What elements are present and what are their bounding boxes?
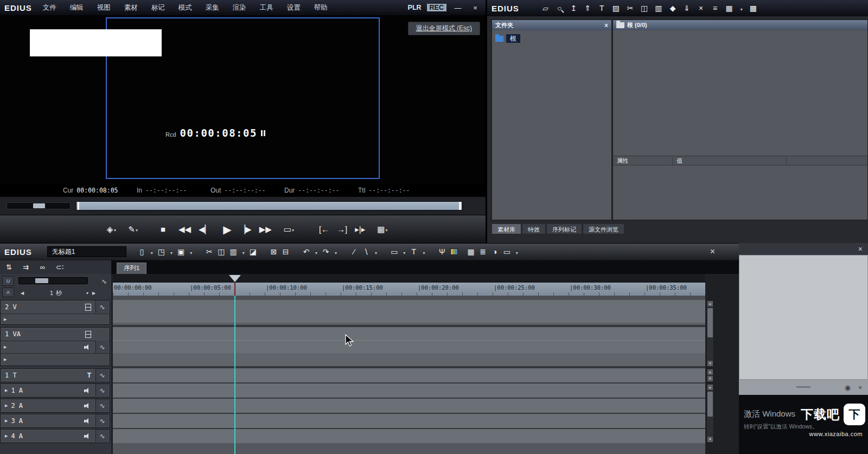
tab-effects[interactable]: 特效 <box>522 223 546 234</box>
insert-overwrite-mode-icon[interactable]: ⇅ <box>5 264 12 271</box>
menu-mode[interactable]: 模式 <box>178 3 192 12</box>
track-header-1a[interactable]: ▶ 1 A ∿ <box>0 383 110 398</box>
track-header-4a[interactable]: ▶ 4 A ∿ <box>0 429 110 443</box>
speaker-icon[interactable] <box>84 403 91 409</box>
paste-icon[interactable]: ▥ <box>230 248 237 255</box>
add-transition-icon[interactable]: ▭ <box>391 248 398 255</box>
paste-icon-dropdown[interactable]: ▾ <box>242 251 245 255</box>
pin-icon[interactable]: ◆ <box>669 4 676 12</box>
video-tracks-scrollbar[interactable]: ▲ ▼ <box>706 300 714 367</box>
copy-icon[interactable]: ◫ <box>641 4 648 12</box>
lane-3a[interactable] <box>113 414 705 428</box>
menu-tools[interactable]: 工具 <box>260 3 273 12</box>
menu-settings[interactable]: 设置 <box>287 3 301 12</box>
scroll-down-button[interactable]: ▼ <box>707 375 713 382</box>
menu-clip[interactable]: 素材 <box>124 3 138 12</box>
title-track-icon[interactable]: T <box>87 372 91 379</box>
track-2v-sync-lock-icon[interactable]: ∿ <box>95 300 108 313</box>
next-frame-button[interactable]: ▕▶ <box>239 225 252 233</box>
menu-file[interactable]: 文件 <box>43 3 56 12</box>
scrollbar-track[interactable] <box>707 307 713 360</box>
track-panel-button-u[interactable]: U <box>2 276 14 286</box>
delete-icon[interactable]: ⊠ <box>270 248 277 255</box>
voice-over-icon[interactable]: Ψ <box>438 248 445 255</box>
monitor-mode-icon[interactable]: ▭ <box>503 248 510 255</box>
track-4a-sync-lock-icon[interactable]: ∿ <box>95 430 108 442</box>
video-part-icon[interactable] <box>85 304 91 311</box>
cut-icon[interactable]: ✂ <box>627 4 634 12</box>
lane-1a[interactable] <box>113 383 705 398</box>
scrollbar-thumb[interactable] <box>707 392 713 417</box>
sync-lock-mode-icon[interactable]: ∞ <box>39 264 46 271</box>
rec-mode-indicator[interactable]: REC <box>427 4 446 11</box>
clip-list-area[interactable] <box>613 30 867 156</box>
panel-close-icon[interactable]: × <box>857 384 864 391</box>
add-cut-point-icon[interactable]: ∕ <box>350 248 358 255</box>
add-clip-icon[interactable]: ▨ <box>612 4 620 12</box>
scroll-up-button[interactable]: ▲ <box>707 384 713 391</box>
marker-pen-icon[interactable]: ✎ <box>128 225 135 233</box>
folder-tree-root-item[interactable]: 根 <box>495 34 608 43</box>
speaker-icon[interactable] <box>84 433 91 439</box>
scrollbar-thumb[interactable] <box>707 308 713 337</box>
window-layout-icon[interactable]: ▩ <box>750 4 757 12</box>
menu-marker[interactable]: 标记 <box>151 3 165 12</box>
expand-icon[interactable]: ▶ <box>4 345 7 349</box>
stop-button[interactable]: ■ <box>159 225 167 233</box>
remove-cut-point-icon-dropdown[interactable]: ▾ <box>375 251 377 255</box>
position-bar[interactable] <box>76 201 462 210</box>
track-3a-sync-lock-icon[interactable]: ∿ <box>95 414 108 427</box>
track-1a-sync-lock-icon[interactable]: ∿ <box>95 384 108 397</box>
remove-cut-point-icon[interactable]: ∖ <box>362 248 369 255</box>
color-bars-icon[interactable] <box>450 248 458 255</box>
export-frame-button[interactable]: ▦ <box>377 225 385 233</box>
video-part-icon[interactable] <box>85 331 91 338</box>
new-folder-icon[interactable]: ▱ <box>542 4 549 12</box>
splitter-handle[interactable] <box>796 386 810 388</box>
value-column-header[interactable]: 值 <box>673 157 787 165</box>
play-button[interactable]: ▶ <box>223 224 231 235</box>
scroll-down-button[interactable]: ▼ <box>707 360 713 367</box>
cut-icon[interactable]: ✂ <box>206 248 213 255</box>
speaker-icon[interactable] <box>84 418 91 424</box>
previous-frame-button[interactable]: ◀▏ <box>199 225 211 233</box>
timescale-value[interactable]: 1 秒 <box>26 289 86 297</box>
expand-icon[interactable]: ▶ <box>4 357 7 362</box>
zoom-in-button[interactable]: ▶ <box>90 291 98 296</box>
playhead-line[interactable] <box>234 296 235 454</box>
new-sequence-icon[interactable]: ▯ <box>138 248 145 255</box>
audio-mixer-icon[interactable]: ≣ <box>480 248 487 255</box>
panel-options-icon[interactable]: ◉ <box>844 384 851 391</box>
marker-pen-icon-dropdown[interactable]: ▾ <box>136 228 138 233</box>
rewind-button[interactable]: ◀◀ <box>178 225 191 233</box>
menu-view[interactable]: 视图 <box>97 3 111 12</box>
export-frame-button-dropdown[interactable]: ▾ <box>385 228 387 233</box>
track-header-3a[interactable]: ▶ 3 A ∿ <box>0 414 110 428</box>
play-in-to-out-button[interactable]: ▸|▸ <box>355 225 365 233</box>
scrollbar-track[interactable] <box>707 391 713 436</box>
tab-sequence-1[interactable]: 序列1 <box>117 263 146 274</box>
expand-icon[interactable]: ▶ <box>5 404 8 408</box>
playhead-marker[interactable] <box>229 275 241 282</box>
track-header-2a[interactable]: ▶ 2 A ∿ <box>0 399 110 413</box>
title-track-scrollbar[interactable]: ▲ ▼ <box>706 368 714 382</box>
input-preset-icon-dropdown[interactable]: ▾ <box>114 228 116 233</box>
timeline-overview-slider[interactable] <box>18 277 88 284</box>
track-panel-button-a[interactable]: A <box>2 287 14 297</box>
add-to-bin-icon[interactable]: ▦ <box>467 248 474 255</box>
undo-icon[interactable]: ↶ <box>303 248 310 255</box>
add-transition-icon-dropdown[interactable]: ▾ <box>403 251 405 255</box>
lane-2v[interactable] <box>113 300 705 323</box>
lane-2v-sub[interactable] <box>113 323 705 325</box>
view-mode-icon-dropdown[interactable]: ▾ <box>741 7 743 12</box>
timeline-lanes[interactable]: 00:00:00:00|00:00:05:00|00:00:10:00|00:0… <box>113 274 705 454</box>
set-in-point-button[interactable]: [← <box>319 225 329 233</box>
menu-capture[interactable]: 采集 <box>206 3 219 12</box>
set-out-point-button[interactable]: →] <box>337 225 347 233</box>
export-project-icon[interactable]: ◳ <box>158 248 165 255</box>
loudness-meter-icon[interactable]: ◑ <box>492 248 499 255</box>
timeline-ruler[interactable]: 00:00:00:00|00:00:05:00|00:00:10:00|00:0… <box>113 283 705 296</box>
expand-icon[interactable]: ▶ <box>5 388 8 393</box>
view-mode-icon[interactable]: ▦ <box>726 4 733 12</box>
loop-play-button-dropdown[interactable]: ▾ <box>292 228 294 233</box>
